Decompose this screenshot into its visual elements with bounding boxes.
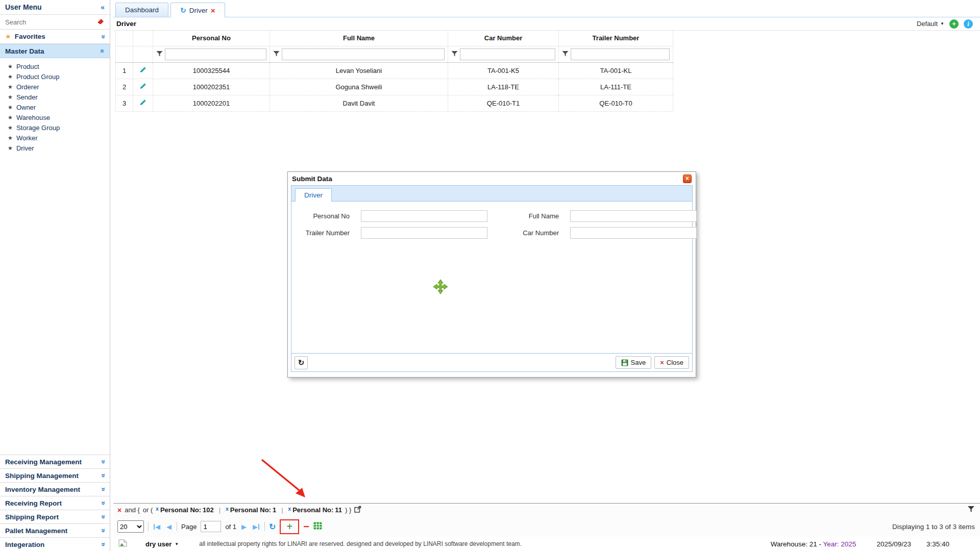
- remove-chip-icon[interactable]: x: [156, 506, 159, 512]
- remove-chip-icon[interactable]: x: [288, 506, 291, 512]
- trailer-number-field[interactable]: [361, 227, 487, 239]
- modal-tab-driver[interactable]: Driver: [295, 188, 332, 202]
- filter-funnel-icon[interactable]: [451, 51, 458, 58]
- page-number-input[interactable]: [201, 521, 221, 532]
- edit-row-button[interactable]: [139, 98, 147, 108]
- remove-row-button[interactable]: −: [303, 524, 309, 529]
- filter-funnel-icon[interactable]: [562, 51, 569, 58]
- table-row[interactable]: 2 1000202351 Goguna Shweili LA-118-TE LA…: [116, 79, 673, 95]
- filter-input-full-name[interactable]: [282, 48, 445, 60]
- sidebar-item-worker[interactable]: ★Worker: [0, 133, 110, 143]
- modal-refresh-button[interactable]: ↻: [295, 356, 308, 369]
- field-label-car-number: Car Number: [499, 229, 559, 237]
- modal-panel: Driver Personal No Full Name Trailer Num…: [291, 185, 693, 372]
- open-filter-builder-icon[interactable]: [354, 506, 361, 514]
- refresh-grid-button[interactable]: ↻: [269, 522, 276, 532]
- item-star-icon: ★: [8, 73, 13, 80]
- collapse-sidebar-icon[interactable]: «: [101, 4, 105, 11]
- first-page-button[interactable]: ◀: [153, 523, 161, 531]
- year-label: Year: 2025: [823, 540, 856, 548]
- user-menu-dropdown[interactable]: dry user ▼: [145, 540, 179, 548]
- filter-bar: × and { or ( x Personal No: 102 | x Pers…: [113, 503, 980, 516]
- page-size-select[interactable]: 20: [117, 520, 144, 533]
- page-title: Driver: [116, 20, 136, 28]
- search-input[interactable]: [5, 18, 96, 26]
- sidebar-section-master-data[interactable]: Master Data «: [0, 44, 110, 58]
- tab-dashboard[interactable]: Dashboard: [115, 3, 168, 17]
- edit-row-button[interactable]: [139, 82, 147, 91]
- filter-group-close: ) }: [345, 506, 351, 514]
- header-trailer-number[interactable]: Trailer Number: [559, 31, 673, 46]
- cell-trailer-number: QE-010-T0: [559, 95, 673, 111]
- sidebar-item-sender[interactable]: ★Sender: [0, 92, 110, 102]
- panel-header: Driver Default ▼ + i: [113, 17, 980, 31]
- chevron-up-icon: «: [99, 49, 106, 53]
- add-view-button[interactable]: +: [949, 19, 959, 29]
- sidebar-search-row: [0, 15, 110, 30]
- move-cursor-icon: [433, 279, 448, 296]
- sidebar-section-shipping-management[interactable]: Shipping Management«: [0, 468, 110, 482]
- last-page-button[interactable]: ▶: [252, 523, 260, 531]
- content-panel: Driver Default ▼ + i Personal No Full Na…: [113, 17, 980, 503]
- sidebar-item-owner[interactable]: ★Owner: [0, 102, 110, 112]
- table-row[interactable]: 3 1000202201 Davit Davit QE-010-T1 QE-01…: [116, 95, 673, 111]
- prev-page-button[interactable]: ◀: [165, 523, 173, 531]
- table-row[interactable]: 1 1000325544 Levan Yoseliani TA-001-K5 T…: [116, 62, 673, 79]
- modal-title-bar[interactable]: Submit Data ×: [288, 172, 696, 185]
- grid-filter-row: [116, 46, 673, 62]
- header-car-number[interactable]: Car Number: [448, 31, 559, 46]
- sidebar-item-product-group[interactable]: ★Product Group: [0, 71, 110, 82]
- section-label: Pallet Management: [5, 527, 67, 535]
- chevron-down-icon: «: [99, 529, 106, 533]
- filter-input-personal-no[interactable]: [165, 48, 266, 60]
- sidebar-section-receiving-report[interactable]: Receiving Report«: [0, 496, 110, 510]
- status-time: 3:35:40: [926, 540, 949, 548]
- filter-icon[interactable]: [967, 506, 975, 514]
- remove-chip-icon[interactable]: x: [226, 506, 229, 512]
- item-star-icon: ★: [8, 124, 13, 131]
- save-button[interactable]: Save: [616, 356, 652, 369]
- close-button[interactable]: × Close: [654, 356, 689, 369]
- filter-funnel-icon[interactable]: [273, 51, 280, 58]
- clear-filter-icon[interactable]: ×: [117, 506, 121, 514]
- field-label-full-name: Full Name: [499, 212, 559, 220]
- clear-search-icon[interactable]: [96, 17, 105, 27]
- sidebar-section-inventory-management[interactable]: Inventory Management«: [0, 482, 110, 496]
- cell-personal-no: 1000202351: [153, 79, 270, 95]
- tab-close-icon[interactable]: ×: [211, 6, 215, 15]
- personal-no-field[interactable]: [361, 210, 487, 222]
- sidebar-section-favorites[interactable]: ★ Favorites «: [0, 30, 110, 44]
- tab-driver[interactable]: ↻ Driver ×: [170, 3, 225, 17]
- sidebar-section-shipping-report[interactable]: Shipping Report«: [0, 510, 110, 523]
- item-star-icon: ★: [8, 135, 13, 141]
- export-grid-icon[interactable]: [313, 522, 322, 531]
- full-name-field[interactable]: [570, 210, 697, 222]
- add-row-button[interactable]: +: [286, 521, 292, 533]
- next-page-button[interactable]: ▶: [240, 523, 248, 531]
- chevron-down-icon: «: [99, 501, 106, 505]
- view-selector[interactable]: Default ▼: [917, 20, 944, 28]
- filter-funnel-icon[interactable]: [156, 51, 163, 58]
- first-page-icon: ◀: [155, 523, 160, 531]
- header-personal-no[interactable]: Personal No: [153, 31, 270, 46]
- sidebar-item-driver[interactable]: ★Driver: [0, 143, 110, 153]
- info-button[interactable]: i: [964, 19, 973, 29]
- edit-row-button[interactable]: [139, 66, 147, 75]
- sidebar-section-pallet-management[interactable]: Pallet Management«: [0, 523, 110, 537]
- sidebar-section-receiving-management[interactable]: Receiving Management«: [0, 455, 110, 468]
- status-date: 2025/09/23: [876, 540, 911, 548]
- header-edit: [133, 31, 153, 46]
- filter-input-car-number[interactable]: [460, 48, 555, 60]
- sidebar-item-warehouse[interactable]: ★Warehouse: [0, 112, 110, 122]
- annotation-highlight-box: +: [280, 519, 299, 534]
- master-data-items: ★Product ★Product Group ★Orderer ★Sender…: [0, 58, 110, 155]
- sidebar-item-product[interactable]: ★Product: [0, 61, 110, 71]
- cell-full-name: Davit Davit: [270, 95, 448, 111]
- sidebar-item-storage-group[interactable]: ★Storage Group: [0, 122, 110, 133]
- car-number-field[interactable]: [570, 227, 697, 239]
- filter-input-trailer-number[interactable]: [571, 48, 670, 60]
- modal-close-icon[interactable]: ×: [683, 174, 692, 183]
- sidebar-section-integeration[interactable]: Integeration«: [0, 537, 110, 551]
- sidebar-item-orderer[interactable]: ★Orderer: [0, 82, 110, 92]
- header-full-name[interactable]: Full Name: [270, 31, 448, 46]
